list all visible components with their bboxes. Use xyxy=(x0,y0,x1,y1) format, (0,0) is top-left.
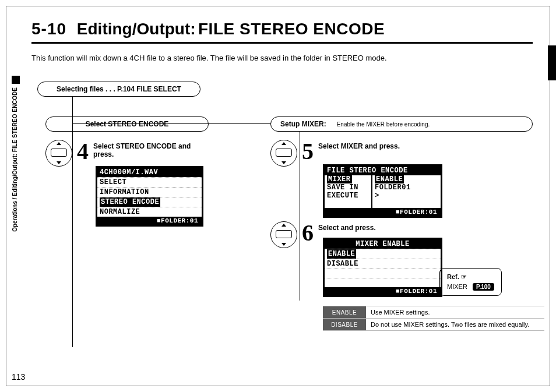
tree-right-hint: Enable the MIXER before encoding. xyxy=(337,121,430,128)
ref-label: MIXER xyxy=(447,283,467,290)
step-4-label: Select STEREO ENCODE and press. xyxy=(93,140,198,158)
lcd6-row-blank xyxy=(325,278,441,287)
page-title: 5-10 Editing/Output: FILE STEREO ENCODE xyxy=(31,20,533,44)
lcd5-row-blank xyxy=(325,200,441,208)
lcd6-row: DISABLE xyxy=(325,259,441,269)
tree-left-pill: Select STEREO ENCODE xyxy=(45,116,209,132)
section-name: Editing/Output: xyxy=(77,20,196,38)
table-key: ENABLE xyxy=(323,306,366,319)
table-val: Use MIXER settings. xyxy=(366,306,544,319)
jog-dial-icon xyxy=(270,221,297,248)
page-number: 113 xyxy=(12,372,25,382)
lcd4-row: SELECT xyxy=(97,177,202,187)
enable-disable-table: ENABLE Use MIXER settings. DISABLE Do no… xyxy=(323,306,544,331)
tree-right-pill: Setup MIXER: Enable the MIXER before enc… xyxy=(270,116,533,132)
step-4: 4 Select STEREO ENCODE and press. xyxy=(45,140,198,167)
lcd4-row: INFORMATION xyxy=(97,187,202,197)
ref-title: Ref. ☞ xyxy=(447,273,494,281)
step-4-number: 4 xyxy=(77,140,89,163)
section-number: 5-10 xyxy=(31,20,66,38)
sidebar-marker xyxy=(12,76,20,84)
sidebar-path-2: FILE STEREO ENCODE xyxy=(12,87,18,152)
step-5-number: 5 xyxy=(302,140,314,163)
lcd6-header: MIXER ENABLE xyxy=(325,239,441,249)
lcd6-row: ENABLE xyxy=(325,249,441,259)
sidebar-path-1: Operations / Editing/Output: xyxy=(12,154,18,232)
lcd4-footer: ■FOLDER:01 xyxy=(97,217,202,225)
table-row: DISABLE Do not use MIXER settings. Two f… xyxy=(323,319,544,331)
lcd6-row-blank xyxy=(325,269,441,278)
page-frame-left xyxy=(6,6,6,386)
lcd4-row: NORMALIZE xyxy=(97,207,202,217)
lcd5-row: EXECUTE > xyxy=(325,192,441,200)
tree-branch-line xyxy=(72,123,270,124)
jog-dial-icon xyxy=(270,140,297,167)
table-row: ENABLE Use MIXER settings. xyxy=(323,306,544,319)
lcd5-header: FILE STEREO ENCODE xyxy=(325,166,441,175)
step-6-number: 6 xyxy=(302,221,314,245)
step-5: 5 Select MIXER and press. xyxy=(270,140,400,167)
lcd-screen-6: MIXER ENABLE ENABLE DISABLE ■FOLDER:01 xyxy=(323,238,442,297)
sidebar-breadcrumb: Operations / Editing/Output: FILE STEREO… xyxy=(12,76,20,256)
lcd-screen-5: FILE STEREO ENCODE MIXER ENABLE SAVE IN … xyxy=(323,164,442,218)
lcd4-row: STEREO ENCODE xyxy=(97,197,202,207)
reference-box: Ref. ☞ MIXER P.100 xyxy=(439,268,502,296)
lcd4-header: 4CH000M/I.WAV xyxy=(97,168,202,177)
tree-trunk-line xyxy=(72,97,73,347)
tree-right-label: Setup MIXER: xyxy=(280,120,326,128)
lcd-screen-4: 4CH000M/I.WAV SELECT INFORMATION STEREO … xyxy=(96,166,203,227)
lcd5-footer: ■FOLDER:01 xyxy=(325,208,441,216)
lcd6-footer: ■FOLDER:01 xyxy=(325,287,441,295)
ref-page-badge: P.100 xyxy=(473,283,494,291)
lcd5-row: MIXER ENABLE xyxy=(325,175,441,183)
step-5-label: Select MIXER and press. xyxy=(318,140,400,150)
jog-dial-icon xyxy=(45,140,72,167)
table-val: Do not use MIXER settings. Two files are… xyxy=(366,319,544,331)
intro-text: This function will mix down a 4CH file t… xyxy=(31,54,387,62)
step-6-label: Select and press. xyxy=(318,221,376,232)
page-frame-top xyxy=(6,6,550,6)
lcd5-row: SAVE IN FOLDER01 xyxy=(325,183,441,192)
section-topic: FILE STEREO ENCODE xyxy=(198,20,385,38)
table-key: DISABLE xyxy=(323,319,366,331)
page-frame-bottom xyxy=(6,386,550,386)
thumb-index-tab xyxy=(548,45,556,80)
tree-root-pill: Selecting files . . . P.104 FILE SELECT xyxy=(37,82,200,97)
